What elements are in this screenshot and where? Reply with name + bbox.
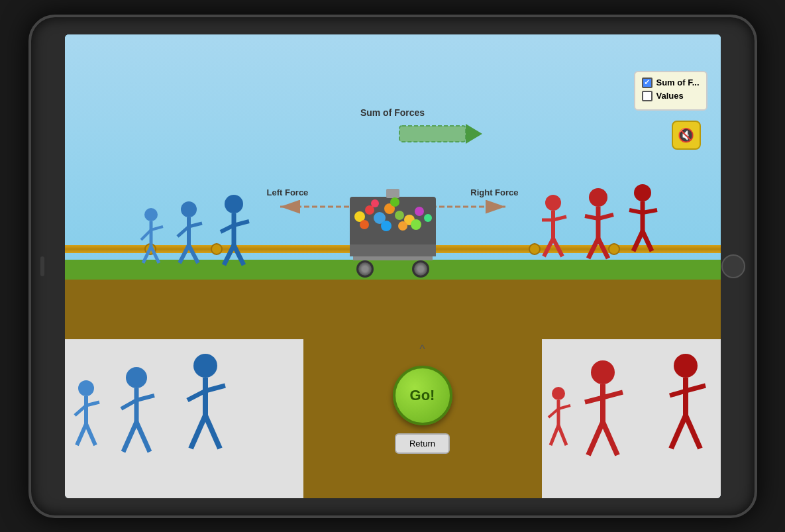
svg-point-88 — [674, 354, 698, 378]
bottom-section: ^ Go! Return — [65, 339, 721, 498]
return-button-label: Return — [409, 439, 435, 449]
go-button-label: Go! — [410, 387, 435, 404]
svg-point-32 — [225, 195, 243, 213]
ground — [65, 280, 721, 339]
svg-rect-56 — [65, 339, 303, 498]
svg-line-48 — [588, 239, 598, 258]
right-force-label: Right Force — [470, 187, 518, 197]
blue-figures-group — [131, 187, 264, 276]
svg-line-30 — [180, 245, 189, 263]
wheel-right — [412, 260, 429, 278]
sum-of-forces-label: Sum of Forces — [360, 107, 425, 118]
svg-point-38 — [545, 195, 561, 211]
cart-body — [350, 197, 436, 256]
svg-point-20 — [144, 208, 158, 221]
cart-axle — [353, 256, 433, 260]
svg-line-42 — [544, 239, 553, 256]
svg-point-16 — [398, 221, 407, 231]
svg-line-52 — [629, 210, 643, 213]
screen: Sum of Forces Left Force Ri — [65, 34, 721, 498]
sound-icon: 🔇 — [678, 127, 694, 143]
cart-contents — [350, 197, 436, 233]
red-figures-group — [535, 180, 668, 269]
svg-point-12 — [415, 207, 424, 216]
values-checkbox-label: Values — [656, 91, 684, 101]
checkmark: ✓ — [644, 78, 650, 87]
svg-point-19 — [390, 197, 399, 207]
svg-marker-2 — [466, 124, 482, 144]
sum-of-forces-checkbox[interactable]: ✓ — [642, 78, 653, 88]
left-panel — [65, 339, 303, 498]
ipad-frame: Sum of Forces Left Force Ri — [28, 15, 757, 518]
checkbox-panel: ✓ Sum of F... Values — [634, 71, 707, 111]
svg-point-63 — [126, 367, 147, 388]
left-force-label: Left Force — [267, 187, 309, 197]
svg-line-46 — [585, 216, 598, 219]
ipad-left-button — [40, 256, 44, 276]
sum-of-forces-checkbox-row[interactable]: ✓ Sum of F... — [642, 78, 700, 88]
return-button[interactable]: Return — [395, 433, 450, 454]
svg-point-44 — [589, 188, 607, 207]
svg-point-15 — [381, 221, 392, 231]
expand-chevron[interactable]: ^ — [419, 343, 425, 356]
svg-point-50 — [634, 184, 651, 201]
svg-line-25 — [151, 246, 159, 263]
values-checkbox-row[interactable]: Values — [642, 91, 700, 101]
svg-line-53 — [643, 210, 657, 213]
sum-of-forces-checkbox-label: Sum of F... — [656, 78, 700, 87]
cart — [350, 197, 436, 278]
ipad-home-button[interactable] — [721, 254, 745, 278]
svg-point-57 — [78, 380, 94, 396]
cart-wheels — [350, 260, 436, 278]
svg-point-82 — [591, 360, 615, 384]
svg-point-14 — [360, 220, 369, 229]
svg-line-24 — [143, 246, 151, 263]
svg-line-49 — [598, 239, 608, 258]
svg-point-18 — [371, 199, 379, 207]
svg-point-69 — [193, 354, 217, 378]
svg-point-76 — [552, 387, 565, 400]
go-button[interactable]: Go! — [393, 366, 452, 425]
svg-line-43 — [553, 239, 562, 256]
center-panel: ^ Go! Return — [303, 339, 542, 498]
svg-line-31 — [189, 245, 198, 263]
svg-line-37 — [234, 245, 244, 265]
wheel-left — [356, 260, 374, 278]
svg-line-36 — [224, 245, 234, 265]
svg-line-23 — [151, 227, 163, 230]
svg-rect-1 — [399, 126, 466, 142]
svg-point-10 — [395, 211, 404, 220]
values-checkbox[interactable] — [642, 91, 653, 101]
simulation-area: Sum of Forces Left Force Ri — [65, 34, 721, 339]
sound-button[interactable]: 🔇 — [672, 121, 701, 150]
svg-point-26 — [181, 201, 197, 217]
cart-bottom — [350, 244, 436, 256]
svg-line-55 — [643, 231, 652, 251]
sum-of-forces-arrow — [396, 121, 482, 150]
right-panel — [542, 339, 721, 498]
svg-point-17 — [411, 219, 421, 230]
svg-point-13 — [424, 214, 432, 222]
svg-line-54 — [633, 231, 643, 251]
